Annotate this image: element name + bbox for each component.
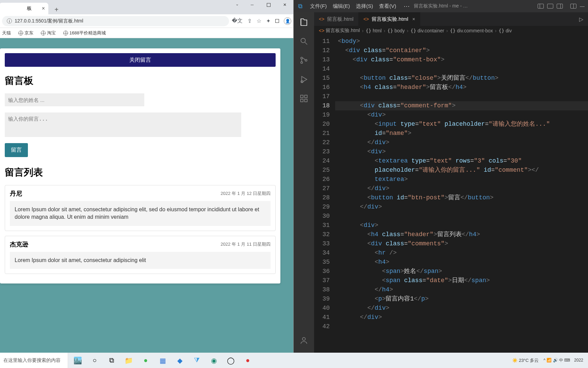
run-debug-icon[interactable]	[299, 74, 309, 85]
cortana-icon[interactable]: ○	[87, 353, 102, 368]
browser-tab[interactable]: 板 ×	[0, 3, 48, 14]
vscode-app-icon[interactable]: ⧩	[189, 353, 204, 368]
account-icon[interactable]	[299, 335, 309, 346]
wechat-icon[interactable]: ●	[138, 353, 153, 368]
menu-edit[interactable]: 编辑(E)	[333, 3, 350, 10]
browser-tabstrip: 板 × + ⌄ ─ ✕	[0, 0, 293, 14]
source-control-icon[interactable]	[299, 55, 309, 65]
taskbar-search[interactable]: 在这里输入你要搜索的内容	[0, 353, 68, 368]
svg-point-1	[301, 57, 303, 59]
layout-split-icon[interactable]	[570, 4, 576, 9]
maximize-button[interactable]	[261, 0, 276, 10]
html-file-icon: <>	[363, 16, 369, 22]
close-icon[interactable]: ×	[412, 16, 415, 22]
menu-select[interactable]: 选择(S)	[356, 3, 373, 10]
side-panel-icon[interactable]	[275, 18, 279, 24]
weather-widget[interactable]: ☀️ 23°C 多云	[509, 357, 542, 364]
brace-icon: {}	[410, 28, 416, 33]
vscode-window: ⧉ 文件(F) 编辑(E) 选择(S) 查看(V) ⋯ 留言板实验.html -…	[294, 0, 588, 368]
extensions-icon[interactable]	[299, 93, 309, 104]
comment-date: 2022 年 1 月 12 日星期四	[220, 190, 271, 197]
html-file-icon: <>	[319, 16, 324, 22]
tab-title: 板	[27, 5, 32, 12]
url-text: 127.0.0.1:5501/案例/留言板.html	[15, 18, 83, 24]
svg-point-2	[301, 62, 303, 63]
translate-icon[interactable]: �文	[232, 17, 243, 25]
menu-file[interactable]: 文件(F)	[310, 3, 327, 10]
menu-more-icon[interactable]: ⋯	[404, 2, 410, 10]
html-file-icon: <>	[319, 28, 324, 33]
layout-bottom-icon[interactable]	[547, 4, 553, 9]
brace-icon: {}	[450, 28, 456, 33]
line-gutter: 1112131415161718192021222324252627282930…	[314, 35, 335, 358]
search-placeholder: 在这里输入你要搜索的内容	[3, 357, 61, 364]
editor-tab-active[interactable]: <> 留言板实验.html ×	[359, 12, 420, 26]
brace-icon: {}	[387, 28, 393, 33]
star-icon[interactable]: ☆	[257, 18, 261, 24]
close-window-button[interactable]: ✕	[277, 0, 293, 10]
svg-rect-8	[305, 99, 307, 102]
windows-taskbar: 在这里输入你要搜索的内容 🏙️ ○ ⧉ 📁 ● ▦ ◆ ⧩ ◉ ◯ ● ☀️ 2…	[0, 353, 588, 368]
clock[interactable]: 2022	[571, 358, 586, 363]
comment-box: 关闭留言 留言板 留言 留言列表 丹尼 2022 年 1 月 12 日星期四 L…	[0, 48, 280, 283]
menu-view[interactable]: 查看(V)	[379, 3, 396, 10]
post-button[interactable]: 留言	[5, 143, 28, 157]
app-icon[interactable]: 🏙️	[70, 353, 85, 368]
app-icon[interactable]: ◆	[172, 353, 187, 368]
layout-right-icon[interactable]	[557, 4, 563, 9]
globe-icon	[18, 31, 23, 35]
chrome-icon[interactable]: ◯	[223, 353, 238, 368]
chevron-down-icon[interactable]: ⌄	[235, 2, 239, 6]
svg-point-9	[303, 337, 306, 340]
url-input[interactable]: i 127.0.0.1:5501/案例/留言板.html	[2, 16, 229, 26]
svg-rect-7	[300, 99, 303, 102]
vscode-logo-icon: ⧉	[296, 2, 304, 10]
activity-bar	[294, 12, 314, 368]
app-icon[interactable]: ●	[240, 353, 255, 368]
globe-icon	[41, 31, 46, 35]
bookmark-bar: 天猫 京东 淘宝 1688平价精选商城	[0, 28, 293, 38]
layout-left-icon[interactable]	[538, 4, 544, 9]
breadcrumb[interactable]: <> 留言板实验.html › {} html › {} body › {} d…	[314, 26, 588, 35]
address-bar: i 127.0.0.1:5501/案例/留言板.html �文 ⇪ ☆ ✦ 👤	[0, 14, 293, 28]
close-icon[interactable]: ×	[42, 5, 45, 12]
taskbar-apps: 🏙️ ○ ⧉ 📁 ● ▦ ◆ ⧩ ◉ ◯ ●	[68, 353, 255, 368]
share-icon[interactable]: ⇪	[247, 18, 252, 24]
minimize-button[interactable]: ─	[244, 0, 260, 10]
tab-label: 留言板实验.html	[372, 16, 408, 22]
editor-tab[interactable]: <> 留言板.html	[314, 12, 359, 26]
task-view-icon[interactable]: ⧉	[104, 353, 119, 368]
profile-icon[interactable]: 👤	[284, 17, 291, 25]
name-input[interactable]	[5, 93, 144, 106]
close-comments-button[interactable]: 关闭留言	[5, 53, 276, 67]
tab-label: 留言板.html	[327, 16, 354, 22]
comment-item: 杰克逊 2022 年 1 月 11 日星期四 Lorem Ipsum dolor…	[5, 236, 276, 274]
comment-author: 丹尼	[10, 189, 22, 198]
explorer-app-icon[interactable]: 📁	[121, 353, 136, 368]
comment-item: 丹尼 2022 年 1 月 12 日星期四 Lorem Ipsum dolor …	[5, 185, 276, 231]
comment-textarea[interactable]	[5, 112, 241, 137]
search-icon[interactable]	[299, 36, 309, 46]
titlebar: ⧉ 文件(F) 编辑(E) 选择(S) 查看(V) ⋯ 留言板实验.html -…	[294, 0, 588, 12]
editor-tabs: <> 留言板.html <> 留言板实验.html × ▷	[314, 12, 588, 26]
browser-window: 板 × + ⌄ ─ ✕ i 127.0.0.1:5501/案例/留言板.html…	[0, 0, 294, 368]
comment-author: 杰克逊	[10, 240, 28, 248]
comment-date: 2022 年 1 月 11 日星期四	[220, 241, 271, 247]
tray-icons[interactable]: ^ 📶 🔊 中 ⌨	[543, 357, 570, 363]
new-tab-button[interactable]: +	[52, 5, 61, 14]
window-title: 留言板实验.html - me - …	[414, 3, 468, 9]
bookmark-item[interactable]: 京东	[18, 30, 33, 36]
dash-icon[interactable]: —	[580, 3, 585, 9]
explorer-icon[interactable]	[299, 17, 309, 27]
comment-body: Lorem Ipsum dolor sit amet, consectetur …	[10, 252, 271, 269]
code-content[interactable]: <body> <div class="container"> <div clas…	[335, 35, 588, 358]
bookmark-item[interactable]: 淘宝	[41, 30, 56, 36]
code-editor[interactable]: 1112131415161718192021222324252627282930…	[314, 35, 588, 358]
editor-column: <> 留言板.html <> 留言板实验.html × ▷ <> 留言板实验.h…	[314, 12, 588, 368]
bookmark-item[interactable]: 1688平价精选商城	[63, 30, 106, 36]
extensions-icon[interactable]: ✦	[266, 18, 271, 24]
bookmark-item[interactable]: 天猫	[2, 30, 11, 36]
run-icon[interactable]: ▷	[574, 12, 588, 26]
edge-icon[interactable]: ◉	[206, 353, 221, 368]
app-icon[interactable]: ▦	[155, 353, 170, 368]
